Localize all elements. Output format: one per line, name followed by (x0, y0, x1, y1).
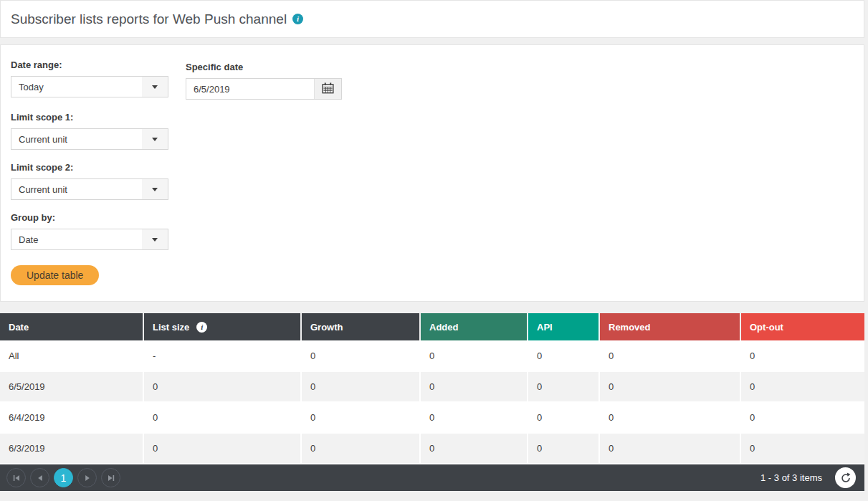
cell-api: 0 (528, 402, 599, 433)
date-range-select[interactable]: Today (11, 76, 168, 97)
first-page-button[interactable] (6, 468, 26, 487)
specific-date-label: Specific date (186, 62, 342, 72)
report-table: Date List size i Growth Added API (0, 313, 864, 491)
next-page-icon (84, 474, 91, 482)
group-by-label: Group by: (11, 212, 854, 223)
prev-page-button[interactable] (30, 468, 49, 487)
cell-opt-out: 0 (740, 433, 864, 464)
table-header-row: Date List size i Growth Added API (0, 313, 864, 340)
info-icon[interactable]: i (292, 14, 303, 24)
specific-date-input[interactable] (186, 79, 314, 99)
cell-growth: 0 (301, 402, 420, 433)
refresh-icon (840, 472, 852, 484)
cell-growth: 0 (301, 340, 420, 371)
cell-date: 6/3/2019 (0, 433, 143, 464)
limit-scope-1-label: Limit scope 1: (11, 112, 854, 123)
column-header-removed[interactable]: Removed (599, 313, 740, 340)
cell-removed: 0 (599, 371, 740, 402)
cell-added: 0 (420, 371, 528, 402)
chevron-down-icon[interactable] (142, 179, 168, 199)
cell-date: All (0, 340, 143, 371)
items-status: 1 - 3 of 3 items (760, 472, 822, 483)
cell-api: 0 (528, 371, 599, 402)
cell-api: 0 (528, 340, 599, 371)
cell-added: 0 (420, 340, 528, 371)
group-by-field: Group by: Date (11, 212, 854, 250)
cell-growth: 0 (301, 433, 420, 464)
cell-list-size: 0 (143, 402, 301, 433)
calendar-button[interactable] (314, 79, 341, 99)
last-page-icon (108, 474, 115, 482)
date-range-field: Date range: Today (11, 59, 168, 100)
last-page-button[interactable] (101, 468, 120, 487)
chevron-down-icon[interactable] (142, 229, 168, 249)
column-header-opt-out[interactable]: Opt-out (740, 313, 864, 340)
calendar-icon (322, 82, 334, 96)
cell-list-size: - (143, 340, 301, 371)
table-row: 6/4/2019 0 0 0 0 0 0 (0, 402, 864, 433)
date-range-label: Date range: (11, 59, 168, 70)
cell-removed: 0 (599, 402, 740, 433)
pagination-bar: 1 1 - 3 of 3 items (0, 464, 864, 491)
column-header-list-size[interactable]: List size i (143, 313, 301, 340)
title-panel: Subscriber lists reports for Web Push ch… (0, 0, 864, 38)
specific-date-widget (186, 78, 342, 100)
cell-opt-out: 0 (740, 402, 864, 433)
cell-added: 0 (420, 402, 528, 433)
group-by-value: Date (11, 234, 142, 245)
cell-growth: 0 (301, 371, 420, 402)
table-row: All - 0 0 0 0 0 (0, 340, 864, 371)
limit-scope-2-label: Limit scope 2: (11, 162, 854, 173)
limit-scope-1-select[interactable]: Current unit (11, 128, 168, 150)
column-header-growth[interactable]: Growth (301, 313, 420, 340)
cell-removed: 0 (599, 433, 740, 464)
limit-scope-2-select[interactable]: Current unit (11, 178, 168, 200)
column-header-api[interactable]: API (528, 313, 599, 340)
next-page-button[interactable] (77, 468, 97, 487)
limit-scope-1-field: Limit scope 1: Current unit (11, 112, 854, 150)
column-header-date[interactable]: Date (0, 313, 143, 340)
cell-added: 0 (420, 433, 528, 464)
filter-panel: Date range: Today Specific date (0, 44, 864, 302)
update-table-button[interactable]: Update table (11, 265, 99, 285)
cell-opt-out: 0 (740, 340, 864, 371)
date-range-value: Today (11, 82, 142, 92)
column-header-added[interactable]: Added (420, 313, 528, 340)
cell-api: 0 (528, 433, 599, 464)
cell-list-size: 0 (143, 433, 301, 464)
cell-opt-out: 0 (740, 371, 864, 402)
info-icon[interactable]: i (196, 322, 207, 333)
cell-list-size: 0 (143, 371, 301, 402)
page-1-button[interactable]: 1 (54, 468, 73, 487)
refresh-button[interactable] (835, 467, 856, 488)
chevron-down-icon[interactable] (142, 77, 168, 97)
cell-date: 6/5/2019 (0, 371, 143, 402)
prev-page-icon (37, 474, 44, 482)
limit-scope-2-field: Limit scope 2: Current unit (11, 162, 854, 200)
cell-removed: 0 (599, 340, 740, 371)
cell-date: 6/4/2019 (0, 402, 143, 433)
first-page-icon (13, 474, 20, 482)
specific-date-field: Specific date (186, 62, 342, 100)
chevron-down-icon[interactable] (142, 129, 168, 149)
limit-scope-2-value: Current unit (11, 184, 142, 195)
group-by-select[interactable]: Date (11, 229, 168, 250)
page-title: Subscriber lists reports for Web Push ch… (11, 11, 287, 27)
limit-scope-1-value: Current unit (11, 134, 142, 145)
table-row: 6/3/2019 0 0 0 0 0 0 (0, 433, 864, 464)
table-row: 6/5/2019 0 0 0 0 0 0 (0, 371, 864, 402)
